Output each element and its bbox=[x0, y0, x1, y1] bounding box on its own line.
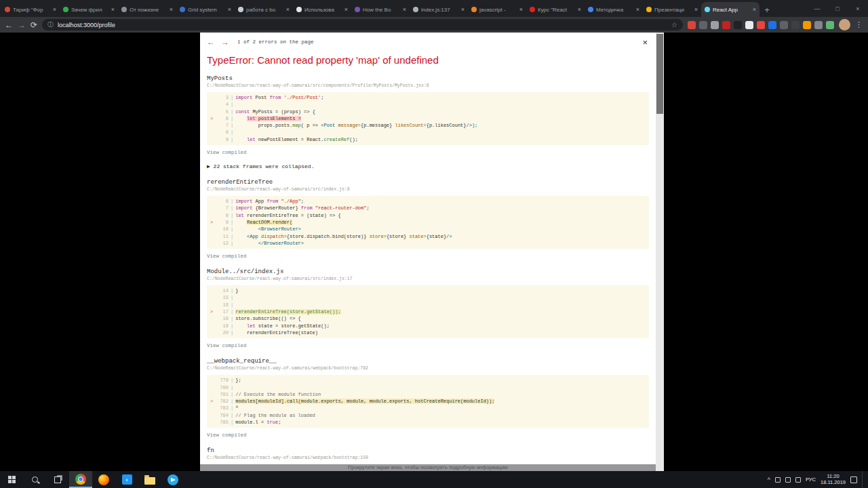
view-compiled-link[interactable]: View compiled bbox=[207, 343, 649, 348]
taskbar-telegram-button[interactable] bbox=[161, 471, 184, 488]
tray-icon[interactable] bbox=[795, 477, 801, 483]
next-error-button[interactable]: → bbox=[221, 38, 229, 46]
pipe-separator: | bbox=[231, 287, 233, 294]
tab[interactable]: Зачем фрил× bbox=[60, 2, 118, 17]
tab[interactable]: How the Bo× bbox=[351, 2, 410, 17]
code-text: <App dispatch={store.dispatch.bind(store… bbox=[235, 233, 452, 240]
tab-close-icon[interactable]: × bbox=[344, 6, 348, 13]
tab-close-icon[interactable]: × bbox=[578, 6, 581, 13]
tab-close-icon[interactable]: × bbox=[694, 6, 698, 13]
task-view-button[interactable] bbox=[46, 471, 69, 488]
code-token: Post bbox=[252, 95, 269, 100]
page-hint-bar: Прокрутите экран вниз, чтобы посмотреть … bbox=[200, 464, 656, 471]
site-info-icon[interactable]: ⓘ bbox=[47, 20, 54, 29]
address-bar[interactable]: ⓘ localhost:3000/profile ☆ bbox=[42, 19, 683, 30]
back-button[interactable]: ← bbox=[5, 21, 13, 29]
tab[interactable]: javascript -× bbox=[468, 2, 526, 17]
tab-close-icon[interactable]: × bbox=[636, 6, 639, 13]
taskbar-firefox-button[interactable] bbox=[92, 471, 115, 488]
tab-close-icon[interactable]: × bbox=[286, 6, 290, 13]
tab-close-icon[interactable]: × bbox=[228, 6, 231, 13]
code-token: {store} bbox=[387, 234, 406, 239]
tab[interactable]: Использова× bbox=[293, 2, 351, 17]
tab-close-icon[interactable]: × bbox=[111, 6, 115, 13]
scrollbar-thumb[interactable] bbox=[656, 34, 663, 114]
taskbar-chrome-button[interactable] bbox=[69, 471, 92, 488]
tab[interactable]: От пожизне× bbox=[118, 2, 176, 17]
code-token: newPostElement = React. bbox=[256, 137, 324, 142]
frame-file-location: C:/NodeReactCourse/react-way-of-samurai/… bbox=[207, 83, 649, 88]
extension-icon[interactable] bbox=[826, 21, 834, 29]
error-line-marker bbox=[208, 294, 215, 301]
prev-error-button[interactable]: ← bbox=[207, 38, 215, 46]
window-minimize-button[interactable]: — bbox=[807, 0, 827, 17]
tab[interactable]: Методичка× bbox=[585, 2, 643, 17]
tab[interactable]: Grid system× bbox=[176, 2, 235, 17]
tab-active[interactable]: React App× bbox=[701, 2, 760, 17]
stack-frames: MyPostsC:/NodeReactCourse/react-way-of-s… bbox=[207, 75, 649, 464]
taskbar-clock[interactable]: 11:20 18.11.2019 bbox=[821, 474, 846, 485]
window-maximize-button[interactable]: □ bbox=[827, 0, 848, 17]
extension-icon[interactable] bbox=[780, 21, 788, 29]
tab[interactable]: Курс "React× bbox=[526, 2, 585, 17]
extension-icon[interactable] bbox=[745, 21, 753, 29]
window-close-button[interactable]: × bbox=[848, 0, 868, 17]
tray-icon[interactable] bbox=[785, 477, 791, 483]
frame-file-location: C:/NodeReactCourse/react-way-of-samurai/… bbox=[207, 455, 649, 460]
extension-icon[interactable] bbox=[768, 21, 776, 29]
action-center-icon[interactable] bbox=[850, 476, 857, 483]
extension-icon[interactable] bbox=[688, 21, 696, 29]
url-text[interactable]: localhost:3000/profile bbox=[58, 22, 115, 28]
code-snippet: 14|} 15| 16|>17|rerenderEntireTree(store… bbox=[207, 285, 649, 338]
browser-menu-icon[interactable]: ⋮ bbox=[855, 20, 863, 29]
extension-icon[interactable] bbox=[757, 21, 765, 29]
taskbar-vscode-button[interactable]: ‹ bbox=[115, 471, 138, 488]
page-hint-text: Прокрутите экран вниз, чтобы посмотреть … bbox=[348, 464, 508, 471]
scrollbar[interactable] bbox=[656, 33, 664, 471]
show-desktop-button[interactable] bbox=[862, 471, 865, 488]
code-line: 781|// Execute the module function bbox=[208, 391, 648, 398]
bookmark-star-icon[interactable]: ☆ bbox=[671, 21, 677, 28]
view-compiled-link[interactable]: View compiled bbox=[207, 253, 649, 259]
extension-icon[interactable] bbox=[722, 21, 730, 29]
forward-button[interactable]: → bbox=[18, 21, 26, 29]
tab[interactable]: index.js:137× bbox=[410, 2, 468, 17]
tab[interactable]: Презентаци× bbox=[643, 2, 701, 17]
tab-close-icon[interactable]: × bbox=[519, 6, 523, 13]
tab-close-icon[interactable]: × bbox=[170, 6, 173, 13]
stack-frame: rerenderEntireTreeC:/NodeReactCourse/rea… bbox=[207, 179, 649, 259]
extension-icon[interactable] bbox=[791, 21, 800, 29]
pipe-separator: | bbox=[231, 329, 233, 336]
code-token: from bbox=[301, 205, 313, 211]
pipe-separator: | bbox=[231, 398, 233, 405]
taskbar-explorer-button[interactable] bbox=[138, 471, 161, 488]
pipe-separator: | bbox=[231, 219, 233, 226]
taskbar: ‹ ^ РУС 11:20 18.11.2019 bbox=[0, 471, 868, 488]
tab[interactable]: Тариф "Фор× bbox=[1, 2, 60, 17]
tray-expand-icon[interactable]: ^ bbox=[768, 476, 770, 483]
start-button[interactable] bbox=[0, 471, 23, 488]
extension-icon[interactable] bbox=[711, 21, 719, 29]
tray-icon[interactable] bbox=[775, 477, 781, 483]
close-overlay-button[interactable]: × bbox=[642, 37, 648, 47]
extension-icon[interactable] bbox=[814, 21, 823, 29]
tab-title: Презентаци bbox=[654, 7, 692, 13]
tab[interactable]: работа с bo× bbox=[235, 2, 293, 17]
pipe-separator: | bbox=[231, 391, 233, 398]
extension-icon[interactable] bbox=[803, 21, 811, 29]
reload-button[interactable]: ⟳ bbox=[31, 21, 37, 29]
view-compiled-link[interactable]: View compiled bbox=[207, 150, 649, 155]
language-indicator[interactable]: РУС bbox=[806, 476, 816, 483]
extension-icon[interactable] bbox=[699, 21, 707, 29]
search-button[interactable] bbox=[23, 471, 46, 488]
tab-close-icon[interactable]: × bbox=[403, 6, 406, 13]
tab-close-icon[interactable]: × bbox=[461, 6, 465, 13]
extension-icon[interactable] bbox=[734, 21, 742, 29]
tab-close-icon[interactable]: × bbox=[753, 6, 756, 13]
view-compiled-link[interactable]: View compiled bbox=[207, 432, 649, 438]
collapsed-frames-toggle[interactable]: ▶ 22 stack frames were collapsed. bbox=[207, 163, 649, 169]
line-number: 3 bbox=[215, 94, 229, 101]
tab-close-icon[interactable]: × bbox=[53, 6, 56, 13]
profile-avatar[interactable] bbox=[839, 19, 850, 30]
new-tab-button[interactable]: + bbox=[760, 2, 774, 17]
